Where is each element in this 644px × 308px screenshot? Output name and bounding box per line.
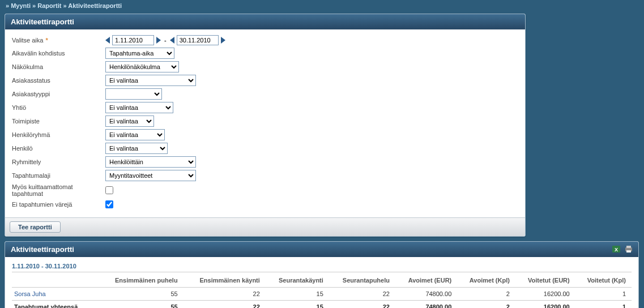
breadcrumb-sales[interactable]: Myynti [11,2,31,9]
cell: 74800.00 [395,288,457,301]
col-followvisit: Seurantakäynti [266,273,329,288]
panel-title: Aktiviteettiraportti [5,14,525,29]
date-to-prev-icon[interactable] [170,37,174,44]
cell: 15 [266,288,329,301]
label-custstatus: Asiakasstatus [12,77,105,84]
cell: 22 [329,288,395,301]
group-select[interactable]: Ei valintaa [105,129,165,140]
total-cell: 15 [266,301,329,309]
unconfirmed-checkbox[interactable] [105,186,113,194]
label-company: Yhtiö [12,104,105,111]
breadcrumb-activityreport[interactable]: Aktiviteettiraportti [68,2,122,9]
date-from-input[interactable] [112,35,154,45]
col-won-eur: Voitetut (EUR) [515,273,575,288]
label-view: Näkökulma [12,63,105,70]
run-report-button[interactable]: Tee raportti [10,221,61,233]
svg-rect-3 [626,246,631,248]
view-select[interactable]: Henkilönäkökulma [105,61,179,72]
col-firstvisit: Ensimmäinen käynti [184,273,266,288]
label-nocolors: Ei tapahtumien värejä [12,201,105,208]
cell: 22 [184,288,266,301]
label-custtype: Asiakastyyppi [12,91,105,97]
results-title: Aktiviteettiraportti X [5,242,638,257]
nocolors-checkbox[interactable] [105,200,113,208]
svg-text:X: X [615,247,618,253]
table-total-row: Tapahtumat yhteensä 55 22 15 22 74800.00… [12,301,632,309]
date-to-input[interactable] [177,35,219,45]
col-won-qty: Voitetut (Kpl) [575,273,632,288]
col-followcall: Seurantapuhelu [329,273,395,288]
total-cell: 1 [575,301,632,309]
person-link[interactable]: Sorsa Juha [14,290,46,297]
cell: 16200.00 [515,288,575,301]
label-eventtype: Tapahtumalaji [12,172,105,179]
col-open-qty: Avoimet (Kpl) [457,273,515,288]
cell: 1 [575,288,632,301]
office-select[interactable]: Ei valintaa [105,116,154,127]
total-label: Tapahtumat yhteensä [12,301,98,309]
label-grouping: Ryhmittely [12,159,105,165]
table-row: Sorsa Juha 55 22 15 22 74800.00 2 16200.… [12,288,632,301]
date-from-prev-icon[interactable] [105,37,110,44]
range-select[interactable]: Tapahtuma-aika [105,48,174,59]
total-cell: 2 [457,301,515,309]
svg-rect-4 [626,250,631,253]
date-from-next-icon[interactable] [156,37,161,44]
col-firstcall: Ensimmäinen puhelu [98,273,183,288]
person-select[interactable]: Ei valintaa [105,143,168,154]
cell: 2 [457,288,515,301]
breadcrumb: » Myynti » Raportit » Aktiviteettiraport… [0,0,644,11]
custtype-select[interactable] [105,88,162,100]
grouping-select[interactable]: Henkilöittäin [105,156,196,168]
total-cell: 16200.00 [515,301,575,309]
total-cell: 74800.00 [395,301,457,309]
label-office: Toimipiste [12,118,105,125]
col-name [12,273,98,288]
total-cell: 55 [98,301,183,309]
label-person: Henkilö [12,145,105,152]
col-open-eur: Avoimet (EUR) [395,273,457,288]
date-dash: - [163,37,168,44]
export-excel-icon[interactable]: X [611,244,621,254]
label-unconfirmed: Myös kuittaamattomat tapahtumat [12,183,105,197]
label-date: Valitse aika* [12,37,105,44]
label-group: Henkilöryhmä [12,131,105,138]
print-icon[interactable] [624,244,634,254]
custstatus-select[interactable]: Ei valintaa [105,75,196,86]
total-cell: 22 [329,301,395,309]
breadcrumb-reports[interactable]: Raportit [37,2,61,9]
label-range: Aikavälin kohdistus [12,50,105,57]
total-cell: 22 [184,301,266,309]
company-select[interactable]: Ei valintaa [105,102,173,113]
report-table: Ensimmäinen puhelu Ensimmäinen käynti Se… [12,273,632,308]
eventtype-select[interactable]: Myyntitavoitteet [105,170,196,181]
cell: 55 [98,288,183,301]
date-to-next-icon[interactable] [221,37,225,44]
results-daterange: 1.11.2010 - 30.11.2010 [12,263,632,272]
